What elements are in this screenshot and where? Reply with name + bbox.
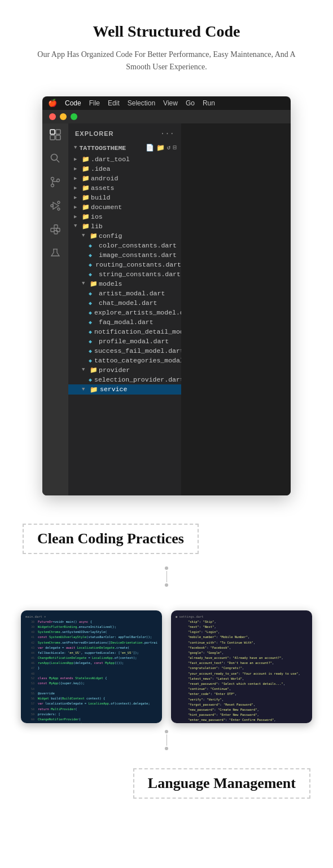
new-file-icon[interactable]: 📄	[146, 144, 154, 152]
file-notification-modal[interactable]: ◆ notification_detail_modal.dart	[68, 327, 181, 336]
file-artist-modal[interactable]: ◆ artist_modal.dart	[68, 289, 181, 298]
file-explorer: EXPLORER ··· ▼ TATTOOSTHEME 📄 📁 ↺ ⊟ ▶ 📁	[68, 123, 181, 495]
svg-point-4	[51, 154, 58, 160]
explorer-title: EXPLORER	[75, 130, 114, 137]
connector-dot-4	[165, 747, 168, 750]
menu-code[interactable]: Code	[65, 99, 81, 107]
connector-line	[166, 571, 167, 582]
svg-point-7	[51, 184, 54, 187]
vscode-mockup: 🍎 Code File Edit Selection View Go Run	[42, 96, 291, 495]
source-control-icon[interactable]	[49, 175, 62, 189]
file-tab-right: ● settings.dart	[176, 615, 308, 618]
svg-point-10	[51, 205, 53, 207]
connector-dot-2	[165, 583, 168, 587]
code-lines-left: 38FutureOr<void> main() async { 39 Widge…	[25, 620, 157, 723]
language-management-section: Language Management	[0, 757, 333, 821]
vscode-menubar: 🍎 Code File Edit Selection View Go Run	[42, 96, 291, 110]
maximize-button[interactable]	[71, 113, 77, 120]
explorer-header: EXPLORER ···	[68, 123, 181, 141]
svg-point-6	[51, 177, 54, 180]
clean-coding-title: Clean Coding Practices	[23, 524, 199, 554]
code-screenshots: main.dart × 38FutureOr<void> main() asyn…	[0, 610, 333, 723]
folder-android[interactable]: ▶ 📁 android	[68, 174, 181, 183]
svg-point-12	[58, 208, 60, 210]
connector-bottom	[0, 723, 333, 757]
apple-icon: 🍎	[48, 99, 57, 108]
run-debug-icon[interactable]	[49, 199, 62, 212]
connector-top	[0, 560, 333, 594]
folder-lib[interactable]: ▼ 📁 lib	[68, 222, 181, 231]
menu-selection[interactable]: Selection	[128, 99, 155, 107]
menu-file[interactable]: File	[89, 99, 100, 107]
folder-ios[interactable]: ▶ 📁 ios	[68, 212, 181, 222]
collapse-icon[interactable]: ⊟	[173, 144, 177, 152]
folder-document[interactable]: ▶ 📁 document	[68, 202, 181, 212]
svg-line-5	[57, 160, 60, 162]
file-tab-left: main.dart ×	[25, 615, 157, 618]
code-screenshot-right: ● settings.dart "skip": "Skip", "next": …	[171, 610, 312, 723]
extensions-icon[interactable]	[49, 223, 62, 236]
menu-view[interactable]: View	[163, 99, 178, 107]
flask-icon[interactable]	[49, 246, 62, 260]
svg-rect-2	[50, 135, 55, 140]
file-routing-constants[interactable]: ◆ routing_constants.dart	[68, 260, 181, 269]
traffic-lights	[42, 110, 291, 123]
menu-edit[interactable]: Edit	[108, 99, 120, 107]
folder-build[interactable]: ▶ 📁 build	[68, 193, 181, 202]
svg-rect-3	[56, 135, 60, 140]
tree-root[interactable]: ▼ TATTOOSTHEME 📄 📁 ↺ ⊟	[68, 141, 181, 154]
file-chat-model[interactable]: ◆ chat_model.dart	[68, 298, 181, 308]
connector-dot-3	[165, 730, 168, 733]
minimize-button[interactable]	[60, 113, 67, 120]
new-folder-icon[interactable]: 📁	[156, 144, 165, 152]
folder-config[interactable]: ▼ 📁 config	[68, 231, 181, 241]
page-subtitle: Our App Has Organized Code For Better Pe…	[34, 48, 299, 74]
refresh-icon[interactable]: ↺	[167, 144, 171, 152]
explorer-icon[interactable]	[49, 128, 62, 141]
file-tattoo-categories[interactable]: ◆ tattoo_categories_modal.dart	[68, 356, 181, 365]
file-image-constants[interactable]: ◆ image_constants.dart	[68, 250, 181, 260]
file-faq-modal[interactable]: ◆ faq_modal.dart	[68, 317, 181, 327]
file-string-constants[interactable]: ◆ string_constants.dart	[68, 269, 181, 279]
menu-run[interactable]: Run	[203, 99, 215, 107]
folder-idea[interactable]: ▶ 📁 .idea	[68, 164, 181, 174]
connector-dot	[165, 566, 168, 570]
clean-coding-section: Clean Coding Practices	[0, 507, 333, 560]
folder-assets[interactable]: ▶ 📁 assets	[68, 183, 181, 193]
folder-provider[interactable]: ▼ 📁 provider	[68, 365, 181, 375]
close-button[interactable]	[49, 113, 56, 120]
section-header: Well Structured Code Our App Has Organiz…	[0, 0, 333, 85]
connector-line-2	[166, 734, 167, 746]
page-title: Well Structured Code	[34, 23, 299, 41]
file-selection-provider[interactable]: ◆ selection_provider.dart	[68, 375, 181, 384]
vscode-main-area: EXPLORER ··· ▼ TATTOOSTHEME 📄 📁 ↺ ⊟ ▶ 📁	[42, 123, 291, 495]
file-success-fail[interactable]: ◆ success_fail_model.dart	[68, 346, 181, 356]
folder-models[interactable]: ▼ 📁 models	[68, 279, 181, 289]
language-management-title: Language Management	[133, 768, 310, 799]
menu-go[interactable]: Go	[186, 99, 195, 107]
search-icon[interactable]	[49, 152, 62, 165]
code-lines-right: "skip": "Skip", "next": "Next", "login":…	[176, 620, 308, 723]
svg-point-11	[58, 201, 60, 203]
folder-dart-tool[interactable]: ▶ 📁 .dart_tool	[68, 154, 181, 164]
svg-rect-15	[56, 228, 60, 232]
svg-rect-13	[51, 228, 54, 232]
svg-rect-14	[54, 225, 58, 228]
editor-area	[181, 123, 291, 495]
file-explore-artists[interactable]: ◆ explore_artists_model.dart	[68, 308, 181, 317]
file-profile-modal[interactable]: ◆ profile_modal.dart	[68, 336, 181, 346]
root-folder-name: TATTOOSTHEME	[79, 144, 126, 152]
svg-rect-0	[50, 130, 55, 134]
file-color-constants[interactable]: ◆ color_constants.dart	[68, 241, 181, 250]
file-tree: ▶ 📁 .dart_tool ▶ 📁 .idea ▶ 📁 android ▶ 📁	[68, 154, 181, 395]
explorer-more-icon[interactable]: ···	[160, 129, 174, 138]
code-screenshot-left: main.dart × 38FutureOr<void> main() asyn…	[21, 610, 162, 723]
svg-rect-1	[56, 130, 60, 134]
activity-bar	[42, 123, 68, 495]
folder-service[interactable]: ▼ 📁 service	[68, 384, 181, 395]
svg-rect-16	[54, 231, 58, 234]
